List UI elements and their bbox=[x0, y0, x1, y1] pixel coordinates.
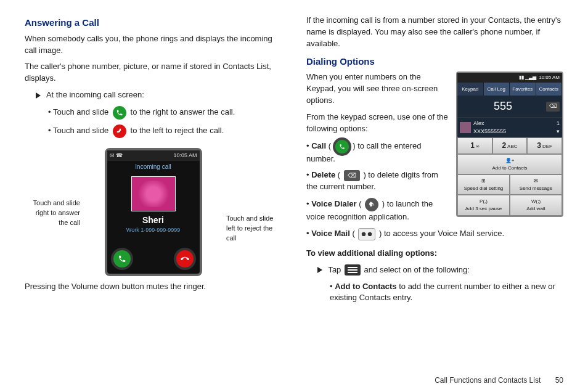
slide-right-pre: Touch and slide bbox=[53, 107, 111, 116]
callout-reject: Touch and slide left to reject the call bbox=[226, 214, 282, 243]
slide-right-post: to the right to answer the call. bbox=[131, 107, 235, 116]
tab-calllog[interactable]: Call Log bbox=[484, 83, 510, 96]
opt-vd-bold: Voice Dialer bbox=[311, 199, 356, 208]
tap-post: and select on of the following: bbox=[364, 265, 470, 274]
heading-dialing: Dialing Options bbox=[306, 55, 563, 68]
menu-icon bbox=[345, 264, 361, 276]
right-column: If the incoming call is from a number st… bbox=[306, 12, 563, 309]
key-2[interactable]: 2ABC bbox=[492, 137, 528, 154]
contact-avatar bbox=[460, 122, 471, 133]
contact-count: 1▾ bbox=[557, 120, 560, 136]
key-1[interactable]: 1∞ bbox=[457, 137, 492, 154]
phone-answer-icon bbox=[113, 106, 126, 120]
footer-page-number: 50 bbox=[555, 376, 563, 385]
action-add-wait[interactable]: W(;)Add wait bbox=[510, 195, 562, 215]
callout-answer: Touch and slide right to answer the call bbox=[25, 198, 80, 228]
opt-add-contacts: Add to Contacts to add the current numbe… bbox=[330, 281, 563, 304]
action-add-contacts[interactable]: 👤+Add to Contacts bbox=[457, 154, 562, 174]
caller-number: Work 1-999-999-9999 bbox=[107, 226, 200, 234]
add-contacts-bold: Add to Contacts bbox=[335, 282, 396, 291]
key-3[interactable]: 3DEF bbox=[527, 137, 562, 154]
heading-additional: To view additional dialing options: bbox=[306, 248, 563, 259]
phone-figure-row: Touch and slide right to answer the call… bbox=[25, 143, 282, 279]
opt-vm-bold: Voice Mail bbox=[311, 229, 350, 238]
para-incoming-contacts: If the incoming call is from a number st… bbox=[306, 15, 563, 50]
status-icons-left: ✉ ☎ bbox=[110, 152, 123, 160]
opt-delete-bold: Delete bbox=[311, 170, 335, 179]
tab-favorites[interactable]: Favorites bbox=[510, 83, 536, 96]
left-column: Answering a Call When somebody calls you… bbox=[25, 12, 282, 309]
action-send-message[interactable]: ✉Send message bbox=[510, 174, 562, 195]
tap-line: Tap and select on of the following: bbox=[317, 264, 563, 276]
footer-section: Call Functions and Contacts List bbox=[435, 376, 541, 385]
caller-name: Sheri bbox=[107, 214, 200, 226]
phone-reject-icon bbox=[113, 125, 126, 138]
status-signal-icon: ▮▮ ▁▃▅ bbox=[519, 74, 536, 81]
action-add-pause[interactable]: P(,)Add 3 sec pause bbox=[457, 195, 510, 215]
tap-pre: Tap bbox=[328, 265, 343, 274]
phone-incoming-mockup: ✉ ☎ 10:05 AM Incoming call Sheri Work 1-… bbox=[105, 148, 202, 276]
slide-left-line: Touch and slide to the left to reject th… bbox=[48, 125, 282, 138]
answer-button[interactable] bbox=[113, 250, 131, 267]
contact-suggestion[interactable]: Alex XXX5555555 1▾ bbox=[457, 117, 562, 137]
status-time-2: 10:05 AM bbox=[539, 74, 560, 81]
slide-left-pre: Touch and slide bbox=[53, 126, 111, 135]
tab-contacts[interactable]: Contacts bbox=[536, 83, 563, 96]
slide-right-line: Touch and slide to the right to answer t… bbox=[48, 106, 282, 120]
phone-keypad-mockup: ▮▮ ▁▃▅ 10:05 AM Keypad Call Log Favorite… bbox=[456, 71, 563, 216]
opt-voice-mail: Voice Mail ( ⏺⏺ ) to access your Voice M… bbox=[306, 228, 563, 240]
para-intro2: The caller's phone number, picture, or n… bbox=[25, 61, 282, 84]
page-footer: Call Functions and Contacts List 50 bbox=[435, 376, 563, 385]
slide-left-post: to the left to reject the call. bbox=[131, 126, 224, 135]
voice-dialer-icon: 🗣 bbox=[365, 198, 378, 211]
status-time: 10:05 AM bbox=[173, 152, 197, 160]
action-speed-dial[interactable]: ⊞Speed dial setting bbox=[457, 174, 510, 195]
incoming-label: Incoming call bbox=[107, 161, 200, 174]
contact-number: XXX5555555 bbox=[473, 128, 554, 136]
para-mute: Pressing the Volume down button mutes th… bbox=[25, 281, 282, 293]
delete-icon: ⌫ bbox=[344, 170, 360, 181]
para-intro1: When somebody calls you, the phone rings… bbox=[25, 33, 282, 57]
triangle-icon-2 bbox=[317, 267, 322, 273]
voice-mail-icon: ⏺⏺ bbox=[358, 228, 375, 240]
opt-call-bold: Call bbox=[311, 141, 326, 150]
reject-button[interactable] bbox=[176, 250, 194, 267]
at-screen-line: At the incoming call screen: bbox=[36, 89, 282, 101]
at-screen-text: At the incoming call screen: bbox=[46, 90, 144, 99]
heading-answering: Answering a Call bbox=[25, 16, 282, 30]
call-icon bbox=[335, 140, 349, 153]
opt-vm-text: to access your Voice Mail service. bbox=[382, 229, 504, 238]
caller-photo bbox=[131, 176, 176, 211]
backspace-button[interactable]: ⌫ bbox=[546, 102, 560, 112]
contact-name: Alex bbox=[473, 120, 554, 128]
entered-number: 555 bbox=[460, 98, 546, 114]
triangle-icon bbox=[36, 92, 41, 99]
tab-keypad[interactable]: Keypad bbox=[457, 83, 484, 96]
